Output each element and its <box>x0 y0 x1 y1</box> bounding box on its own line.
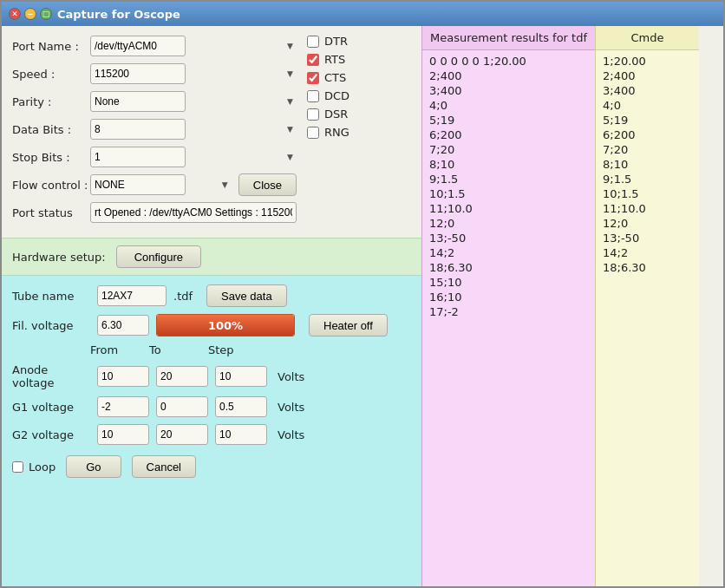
anode-voltage-label: Anode voltage <box>12 363 90 389</box>
data-bits-arrow-icon: ▼ <box>287 125 293 134</box>
rts-row: RTS <box>307 53 411 66</box>
stop-bits-select[interactable]: 1 <box>90 147 186 167</box>
anode-voltage-row: Anode voltage Volts <box>12 363 411 389</box>
list-item: 12;0 <box>603 216 692 231</box>
hardware-setup-section: Hardware setup: Configure <box>2 238 421 276</box>
data-bits-select[interactable]: 8 <box>90 119 186 140</box>
parity-arrow-icon: ▼ <box>287 97 293 106</box>
data-bits-wrapper: 8 ▼ <box>90 119 297 140</box>
parity-row: Parity : None ▼ <box>12 90 297 113</box>
rts-label: RTS <box>324 53 345 66</box>
go-button[interactable]: Go <box>66 455 121 478</box>
to-header: To <box>149 343 201 356</box>
g1-voltage-label: G1 voltage <box>12 401 90 414</box>
flow-control-row: Flow control : NONE ▼ Close <box>12 173 297 196</box>
tdf-suffix-label: .tdf <box>173 290 193 303</box>
speed-select[interactable]: 115200 <box>90 63 186 84</box>
list-item: 16;10 <box>429 290 588 304</box>
list-item: 6;200 <box>603 127 692 142</box>
dcd-row: DCD <box>307 89 411 102</box>
anode-to-input[interactable] <box>156 366 208 387</box>
list-item: 5;19 <box>603 113 692 127</box>
hardware-setup-label: Hardware setup: <box>12 251 106 264</box>
g2-from-input[interactable] <box>97 424 149 445</box>
port-status-row: Port status <box>12 201 297 224</box>
left-panel: Port Name : /dev/ttyACM0 ▼ Speed : <box>2 26 421 586</box>
dsr-label: DSR <box>324 108 348 121</box>
list-item: 3;400 <box>429 83 588 98</box>
dcd-checkbox[interactable] <box>307 90 319 102</box>
list-item: 9;1.5 <box>429 172 588 186</box>
list-item: 1;20.00 <box>603 54 692 69</box>
dsr-row: DSR <box>307 108 411 121</box>
heater-off-button[interactable]: Heater off <box>309 314 388 336</box>
titlebar: ✕ − □ Capture for Oscope <box>2 2 723 26</box>
rng-checkbox[interactable] <box>307 127 319 139</box>
list-item: 13;-50 <box>429 231 588 245</box>
step-header: Step <box>208 343 260 356</box>
list-item: 18;6.30 <box>603 260 692 275</box>
anode-from-input[interactable] <box>97 366 149 387</box>
anode-step-input[interactable] <box>215 366 267 387</box>
port-name-select[interactable]: /dev/ttyACM0 <box>90 36 186 56</box>
maximize-window-button[interactable]: □ <box>40 8 52 20</box>
cancel-button[interactable]: Cancel <box>132 455 196 478</box>
list-item: 11;10.0 <box>603 201 692 216</box>
g2-step-input[interactable] <box>215 424 267 445</box>
list-item: 5;19 <box>429 113 588 127</box>
g1-to-input[interactable] <box>156 396 208 417</box>
results-list[interactable]: 0 0 0 0 0 1;20.002;4003;4004;05;196;2007… <box>422 50 595 586</box>
tube-name-label: Tube name <box>12 290 90 303</box>
rng-row: RNG <box>307 126 411 139</box>
port-status-input[interactable] <box>90 202 297 223</box>
dtr-label: DTR <box>324 35 348 48</box>
from-header: From <box>90 343 142 356</box>
close-window-button[interactable]: ✕ <box>9 8 21 20</box>
g2-to-input[interactable] <box>156 424 208 445</box>
rts-checkbox[interactable] <box>307 54 319 66</box>
cmde-panel: Cmde 1;20.002;4003;4004;05;196;2007;208;… <box>595 26 699 586</box>
g1-voltage-row: G1 voltage Volts <box>12 396 411 417</box>
flow-control-select[interactable]: NONE <box>90 174 186 195</box>
tube-name-input[interactable] <box>97 285 167 306</box>
list-item: 8;10 <box>603 157 692 172</box>
list-item: 0 0 0 0 0 1;20.00 <box>429 54 588 69</box>
main-window: ✕ − □ Capture for Oscope Port Name : /de… <box>0 0 725 588</box>
speed-row: Speed : 115200 ▼ <box>12 62 297 85</box>
speed-arrow-icon: ▼ <box>287 69 293 78</box>
stop-bits-arrow-icon: ▼ <box>287 153 293 161</box>
configure-button[interactable]: Configure <box>116 245 201 268</box>
cmde-list[interactable]: 1;20.002;4003;4004;05;196;2007;208;109;1… <box>596 50 699 586</box>
right-panels: Measurement results for tdf 0 0 0 0 0 1;… <box>421 26 723 586</box>
dtr-checkbox[interactable] <box>307 36 319 48</box>
list-item: 10;1.5 <box>603 186 692 201</box>
g1-from-input[interactable] <box>97 396 149 417</box>
loop-text: Loop <box>29 461 56 474</box>
list-item: 14;2 <box>603 245 692 260</box>
speed-label: Speed : <box>12 68 90 81</box>
g2-voltage-label: G2 voltage <box>12 428 90 441</box>
minimize-window-button[interactable]: − <box>24 8 36 20</box>
cts-checkbox[interactable] <box>307 72 319 84</box>
serial-config-section: Port Name : /dev/ttyACM0 ▼ Speed : <box>2 26 421 238</box>
window-controls: ✕ − □ <box>9 8 52 20</box>
data-bits-row: Data Bits : 8 ▼ <box>12 118 297 140</box>
port-name-label: Port Name : <box>12 40 90 53</box>
port-name-wrapper: /dev/ttyACM0 ▼ <box>90 36 297 56</box>
close-port-button[interactable]: Close <box>238 173 297 196</box>
loop-row: Loop Go Cancel <box>12 452 411 478</box>
serial-form-left: Port Name : /dev/ttyACM0 ▼ Speed : <box>12 35 297 229</box>
dsr-checkbox[interactable] <box>307 108 319 121</box>
list-item: 3;400 <box>603 83 692 98</box>
anode-unit: Volts <box>278 370 304 383</box>
fil-voltage-input[interactable] <box>97 315 149 336</box>
save-data-button[interactable]: Save data <box>206 284 287 307</box>
list-item: 15;10 <box>429 275 588 290</box>
parity-wrapper: None ▼ <box>90 91 297 112</box>
list-item: 10;1.5 <box>429 186 588 201</box>
parity-select[interactable]: None <box>90 91 186 112</box>
list-item: 13;-50 <box>603 231 692 245</box>
loop-checkbox[interactable] <box>12 461 23 473</box>
g1-step-input[interactable] <box>215 396 267 417</box>
main-content: Port Name : /dev/ttyACM0 ▼ Speed : <box>2 26 723 586</box>
